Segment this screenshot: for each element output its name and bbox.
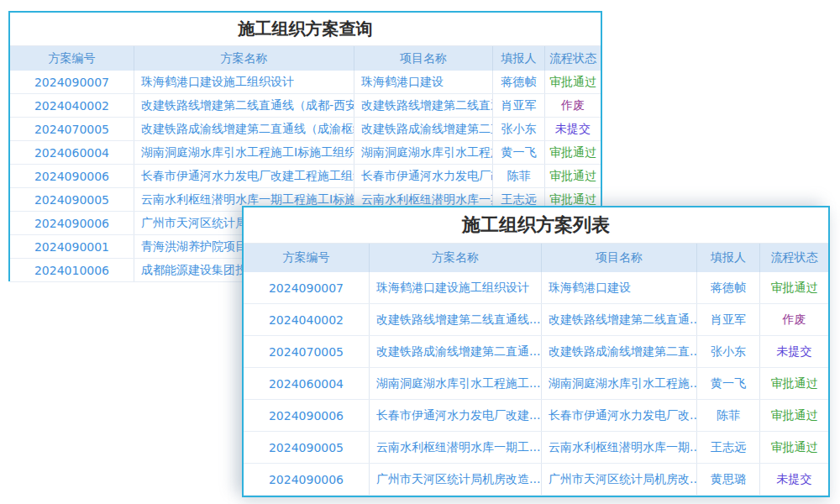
cell-reporter: 张小东 <box>697 336 760 367</box>
cell-name: 珠海鹤港口建设施工组织设计 <box>134 71 354 93</box>
plan-list-panel-title: 施工组织方案列表 <box>244 207 828 244</box>
cell-status: 未提交 <box>545 118 601 140</box>
cell-status: 审批通过 <box>760 432 828 463</box>
cell-reporter: 陈菲 <box>493 165 545 187</box>
cell-project: 云南水利枢纽潜明水库一期... <box>542 432 697 463</box>
cell-project: 改建铁路线增建第二线直通... <box>542 304 697 335</box>
cell-id: 2024090005 <box>10 188 134 211</box>
cell-name: 改建铁路线增建第二线直通线... <box>370 304 542 335</box>
cell-name: 改建铁路成渝线增建第二直通... <box>370 336 542 367</box>
cell-id: 2024090006 <box>10 212 134 234</box>
cell-reporter: 王志远 <box>697 432 760 463</box>
cell-reporter: 黄一飞 <box>697 368 760 399</box>
cell-reporter: 陈菲 <box>697 400 760 431</box>
cell-reporter: 蒋德帧 <box>493 71 545 93</box>
cell-project: 湖南洞庭湖水库引水工程施工I标 <box>354 141 493 164</box>
cell-reporter: 黄思璐 <box>697 464 760 495</box>
column-header: 方案编号 <box>10 46 134 71</box>
cell-project: 长春市伊通河水力发电厂改... <box>542 400 697 431</box>
cell-project: 改建铁路线增建第二线直通线（成都- <box>354 94 493 117</box>
cell-id: 2024040002 <box>10 94 134 117</box>
cell-status: 未提交 <box>760 336 828 367</box>
table-row[interactable]: 2024090007珠海鹤港口建设施工组织设计珠海鹤港口建设蒋德帧审批通过 <box>10 71 601 94</box>
table-row[interactable]: 2024060004湖南洞庭湖水库引水工程施工I标施工组织设计湖南洞庭湖水库引水… <box>10 141 601 165</box>
cell-status: 审批通过 <box>760 272 828 303</box>
table-row[interactable]: 2024040002改建铁路线增建第二线直通线（成都-西安）I标改建铁路线增建第… <box>10 94 601 118</box>
table-row[interactable]: 2024090007珠海鹤港口建设施工组织设计珠海鹤港口建设蒋德帧审批通过 <box>244 272 828 304</box>
cell-status: 审批通过 <box>545 71 601 93</box>
table-row[interactable]: 2024070005改建铁路成渝线增建第二直通线（成渝枢纽）改建铁路成渝线增建第… <box>10 118 601 141</box>
table-row[interactable]: 2024090006长春市伊通河水力发电厂改建工程施工组织设计长春市伊通河水力发… <box>10 165 601 188</box>
column-header: 流程状态 <box>760 244 828 272</box>
cell-id: 2024070005 <box>244 336 370 367</box>
cell-status: 未提交 <box>760 464 828 495</box>
table-row[interactable]: 2024040002改建铁路线增建第二线直通线...改建铁路线增建第二线直通..… <box>244 304 828 336</box>
cell-id: 2024090001 <box>10 235 134 258</box>
plan-list-panel: 施工组织方案列表 方案编号方案名称项目名称填报人流程状态2024090007珠海… <box>242 206 830 497</box>
cell-status: 审批通过 <box>545 165 601 187</box>
cell-id: 2024070005 <box>10 118 134 140</box>
cell-id: 2024090007 <box>244 272 370 303</box>
cell-name: 珠海鹤港口建设施工组织设计 <box>370 272 542 303</box>
column-header: 方案名称 <box>134 46 354 71</box>
cell-id: 2024010006 <box>10 259 134 281</box>
cell-name: 广州市天河区统计局机房改造... <box>370 464 542 495</box>
cell-name: 改建铁路线增建第二线直通线（成都-西安）I标 <box>134 94 354 117</box>
column-header: 填报人 <box>697 244 760 272</box>
cell-project: 改建铁路成渝线增建第二直通线（成渝 <box>354 118 493 140</box>
cell-status: 审批通过 <box>760 400 828 431</box>
table-row[interactable]: 2024090006长春市伊通河水力发电厂改建...长春市伊通河水力发电厂改..… <box>244 400 828 432</box>
cell-reporter: 蒋德帧 <box>697 272 760 303</box>
column-header: 方案名称 <box>370 244 542 272</box>
table-row[interactable]: 2024090005云南水利枢纽潜明水库一期工...云南水利枢纽潜明水库一期..… <box>244 432 828 464</box>
cell-id: 2024090006 <box>244 400 370 431</box>
cell-id: 2024090006 <box>10 165 134 187</box>
cell-status: 审批通过 <box>545 141 601 164</box>
cell-id: 2024040002 <box>244 304 370 335</box>
cell-name: 湖南洞庭湖水库引水工程施工I标施工组织设计 <box>134 141 354 164</box>
cell-id: 2024090006 <box>244 464 370 495</box>
table-header-row: 方案编号方案名称项目名称填报人流程状态 <box>10 46 601 71</box>
cell-name: 长春市伊通河水力发电厂改建工程施工组织设计 <box>134 165 354 187</box>
cell-project: 湖南洞庭湖水库引水工程施... <box>542 368 697 399</box>
table-header-row: 方案编号方案名称项目名称填报人流程状态 <box>244 244 828 272</box>
cell-name: 改建铁路成渝线增建第二直通线（成渝枢纽） <box>134 118 354 140</box>
cell-project: 珠海鹤港口建设 <box>542 272 697 303</box>
table-row[interactable]: 2024060004湖南洞庭湖水库引水工程施工...湖南洞庭湖水库引水工程施..… <box>244 368 828 400</box>
cell-status: 作废 <box>760 304 828 335</box>
plan-query-panel-title: 施工组织方案查询 <box>10 13 601 46</box>
cell-name: 长春市伊通河水力发电厂改建... <box>370 400 542 431</box>
cell-id: 2024090005 <box>244 432 370 463</box>
cell-project: 珠海鹤港口建设 <box>354 71 493 93</box>
column-header: 项目名称 <box>354 46 493 71</box>
column-header: 方案编号 <box>244 244 370 272</box>
cell-id: 2024090007 <box>10 71 134 93</box>
cell-id: 2024060004 <box>10 141 134 164</box>
column-header: 项目名称 <box>542 244 697 272</box>
cell-project: 广州市天河区统计局机房改... <box>542 464 697 495</box>
cell-status: 审批通过 <box>760 368 828 399</box>
cell-status: 作废 <box>545 94 601 117</box>
cell-reporter: 肖亚军 <box>697 304 760 335</box>
cell-reporter: 黄一飞 <box>493 141 545 164</box>
cell-reporter: 肖亚军 <box>493 94 545 117</box>
column-header: 填报人 <box>493 46 545 71</box>
cell-name: 湖南洞庭湖水库引水工程施工... <box>370 368 542 399</box>
cell-reporter: 张小东 <box>493 118 545 140</box>
table-row[interactable]: 2024090006广州市天河区统计局机房改造...广州市天河区统计局机房改..… <box>244 464 828 496</box>
cell-project: 长春市伊通河水力发电厂改建工程 <box>354 165 493 187</box>
cell-name: 云南水利枢纽潜明水库一期工... <box>370 432 542 463</box>
plan-list-table: 方案编号方案名称项目名称填报人流程状态2024090007珠海鹤港口建设施工组织… <box>244 244 828 496</box>
cell-id: 2024060004 <box>244 368 370 399</box>
cell-project: 改建铁路成渝线增建第二直... <box>542 336 697 367</box>
table-row[interactable]: 2024070005改建铁路成渝线增建第二直通...改建铁路成渝线增建第二直..… <box>244 336 828 368</box>
column-header: 流程状态 <box>545 46 601 71</box>
